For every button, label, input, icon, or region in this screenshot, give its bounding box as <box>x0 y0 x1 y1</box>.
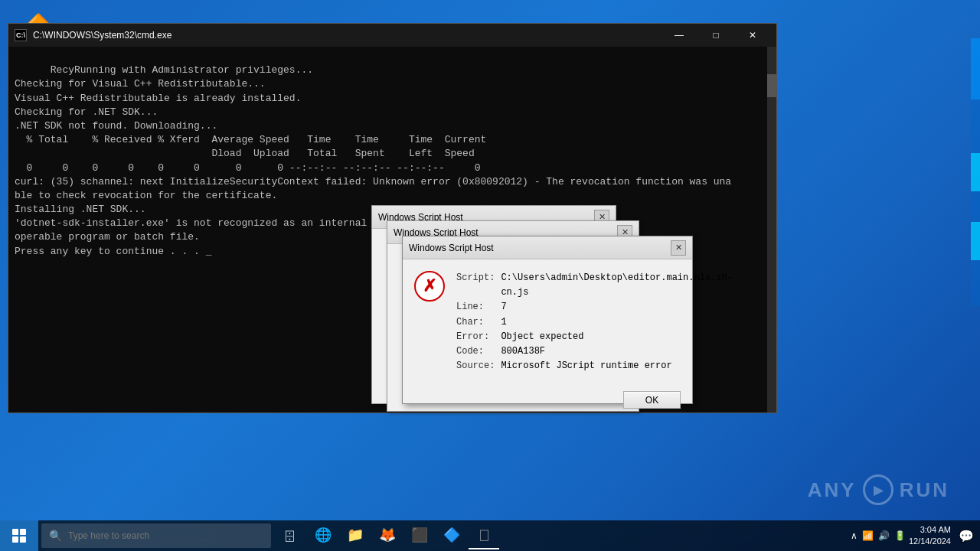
system-icons: ∧ 📶 🔊 🔋 <box>851 530 906 541</box>
source-label: Source: <box>456 359 501 373</box>
source-value: Microsoft JScript runtime error <box>501 359 738 373</box>
desktop: 🔶 VLC media player longerfun... ⚙ Instal… <box>0 0 980 551</box>
task-view-button[interactable]: ⌹ <box>274 520 305 551</box>
edge-icon: 🌐 <box>315 527 332 543</box>
panel-indicator-3 <box>971 222 980 260</box>
clock-time: 3:04 AM <box>909 524 951 536</box>
taskbar-app-firefox[interactable]: 🦊 <box>372 522 403 549</box>
taskbar: 🔍 ⌹ 🌐 📁 🦊 ⬛ 🔷 <box>0 520 980 551</box>
task-view-icon: ⌹ <box>286 528 294 544</box>
char-value: 1 <box>501 315 738 330</box>
terminal-icon: ⎕ <box>480 527 488 543</box>
taskbar-apps: 🌐 📁 🦊 ⬛ 🔷 ⎕ <box>305 522 844 549</box>
wsh-dialog-3[interactable]: Windows Script Host ✕ ✗ Script: C:\Users… <box>402 236 693 404</box>
taskbar-app-colorful[interactable]: ⬛ <box>404 522 435 549</box>
taskbar-app-fluent[interactable]: 🔷 <box>436 522 467 549</box>
explorer-icon: 📁 <box>347 527 364 543</box>
line-label: Line: <box>456 300 501 315</box>
cmd-close-button[interactable]: ✕ <box>735 24 770 47</box>
error-value: Object expected <box>501 330 738 344</box>
volume-icon[interactable]: 🔊 <box>878 530 890 541</box>
taskbar-app-terminal[interactable]: ⎕ <box>469 522 499 549</box>
taskbar-app-explorer[interactable]: 📁 <box>340 522 371 549</box>
error-row: ✗ Script: C:\Users\admin\Desktop\editor.… <box>414 271 681 373</box>
cmd-icon: C:\ <box>15 29 27 41</box>
firefox-icon: 🦊 <box>379 527 396 543</box>
wsh-dialog-3-title: Windows Script Host <box>409 243 671 253</box>
taskbar-app-edge[interactable]: 🌐 <box>308 522 338 549</box>
cmd-window-controls: — □ ✕ <box>662 24 770 47</box>
code-value: 800A138F <box>501 344 738 359</box>
fluent-icon: 🔷 <box>443 527 460 543</box>
cmd-scrollbar[interactable] <box>767 47 776 412</box>
right-panel <box>971 38 980 306</box>
anyrun-brand: ANY RUN <box>808 474 949 505</box>
error-icon: ✗ <box>414 271 445 302</box>
script-value: C:\Users\admin\Desktop\editor.main.nls.z… <box>501 271 738 300</box>
char-label: Char: <box>456 315 501 330</box>
clock-date: 12/14/2024 <box>909 536 951 547</box>
line-value: 7 <box>501 300 738 315</box>
anyrun-run-text: RUN <box>900 478 949 502</box>
taskbar-search-box[interactable]: 🔍 <box>41 523 271 548</box>
cmd-maximize-button[interactable]: □ <box>698 24 733 47</box>
ok-button[interactable]: OK <box>623 391 681 409</box>
code-label: Code: <box>456 344 501 359</box>
cmd-title: C:\WINDOWS\System32\cmd.exe <box>33 30 655 41</box>
wsh-dialog-3-close-button[interactable]: ✕ <box>671 240 686 256</box>
cmd-scrollbar-thumb <box>767 74 776 97</box>
battery-icon[interactable]: 🔋 <box>894 530 906 541</box>
cmd-minimize-button[interactable]: — <box>662 24 697 47</box>
taskbar-system-tray: ∧ 📶 🔊 🔋 3:04 AM 12/14/2024 💬 <box>844 520 980 551</box>
wsh-dialog-3-footer: OK <box>403 385 692 415</box>
wsh-dialog-3-titlebar: Windows Script Host ✕ <box>403 236 692 259</box>
network-icon[interactable]: 📶 <box>862 530 874 541</box>
script-label: Script: <box>456 271 501 300</box>
chevron-up-icon[interactable]: ∧ <box>851 530 858 541</box>
panel-indicator-2 <box>971 153 980 191</box>
start-button[interactable] <box>0 520 38 551</box>
search-input[interactable] <box>68 530 263 541</box>
error-label: Error: <box>456 330 501 344</box>
wsh-dialog-3-body: ✗ Script: C:\Users\admin\Desktop\editor.… <box>403 259 692 385</box>
system-clock[interactable]: 3:04 AM 12/14/2024 <box>909 524 951 548</box>
notification-icon[interactable]: 💬 <box>959 529 974 543</box>
panel-indicator-1 <box>971 38 980 99</box>
windows-logo-icon <box>12 529 26 543</box>
search-icon: 🔍 <box>49 530 62 542</box>
anyrun-play-icon <box>863 474 893 505</box>
colorful-icon: ⬛ <box>411 527 428 543</box>
error-details: Script: C:\Users\admin\Desktop\editor.ma… <box>456 271 739 373</box>
cmd-titlebar: C:\ C:\WINDOWS\System32\cmd.exe — □ ✕ <box>8 24 776 47</box>
anyrun-text: ANY <box>808 478 857 502</box>
